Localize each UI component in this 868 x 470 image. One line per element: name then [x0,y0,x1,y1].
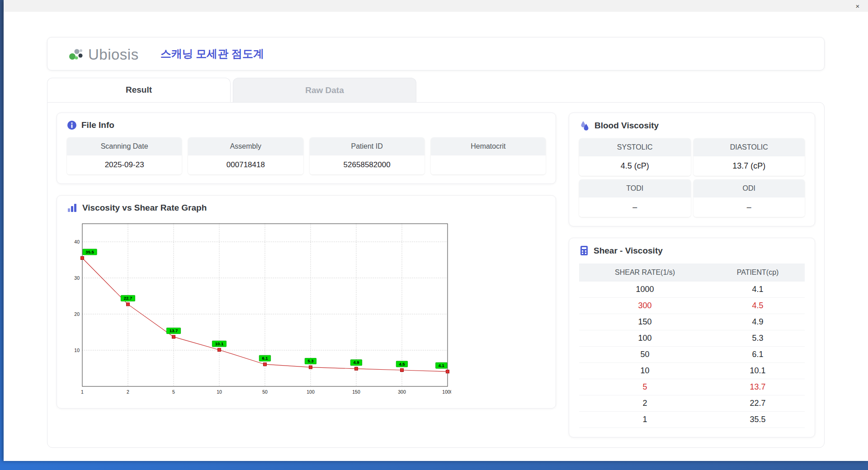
blood-viscosity-field: ODI– [693,179,805,217]
svg-text:10.1: 10.1 [215,341,224,346]
svg-text:4.1: 4.1 [439,363,445,368]
field-label: Hematocrit [431,137,546,155]
shear-column-header: PATIENT(cp) [711,263,805,282]
file-info-fields: Scanning Date2025-09-23Assembly000718418… [67,137,546,174]
svg-text:50: 50 [262,389,268,395]
blood-viscosity-field: TODI– [579,179,691,217]
close-icon[interactable]: × [847,0,868,12]
right-column: Blood Viscosity SYSTOLIC4.5 (cP)DIASTOLI… [569,113,815,437]
table-row: 506.1 [579,347,805,363]
table-row: 513.7 [579,379,805,395]
shear-rate-cell: 2 [579,395,711,412]
svg-text:4.9: 4.9 [353,360,359,365]
field-label: ODI [693,179,805,197]
field-label: TODI [579,179,691,197]
shear-viscosity-card: Shear - Viscosity SHEAR RATE(1/s)PATIENT… [569,238,815,437]
shear-viscosity-header: Shear - Viscosity [579,245,805,256]
field-label: Scanning Date [67,137,182,155]
shear-table-body: 10004.13004.51504.91005.3506.11010.1513.… [579,282,805,428]
svg-text:6.1: 6.1 [262,356,268,361]
svg-text:40: 40 [74,239,80,244]
blood-viscosity-grid: SYSTOLIC4.5 (cP)DIASTOLIC13.7 (cP)TODI–O… [579,138,805,217]
tab-bar: Result Raw Data [47,78,825,102]
app-title: 스캐닝 모세관 점도계 [160,47,264,61]
svg-text:22.7: 22.7 [124,296,132,301]
svg-text:4.5: 4.5 [399,362,405,367]
titlebar: × [4,0,868,12]
shear-rate-cell: 1 [579,412,711,428]
file-info-field: Assembly000718418 [188,137,303,174]
table-row: 10004.1 [579,282,805,298]
svg-text:10: 10 [74,348,80,353]
blood-viscosity-title: Blood Viscosity [594,121,659,131]
shear-column-header: SHEAR RATE(1/s) [579,263,711,282]
svg-text:35.5: 35.5 [85,249,94,254]
patient-viscosity-cell: 5.3 [711,330,805,347]
svg-text:300: 300 [398,389,406,395]
field-value: 2025-09-23 [67,155,182,174]
table-row: 1504.9 [579,314,805,330]
patient-viscosity-cell: 4.9 [711,314,805,330]
calculator-icon [579,245,589,256]
svg-text:2: 2 [127,389,129,395]
info-icon [67,120,77,130]
table-row: 222.7 [579,395,805,412]
patient-viscosity-cell: 4.1 [711,282,805,298]
shear-rate-cell: 100 [579,330,711,347]
app-window: × Ubiosis 스캐닝 모세관 점도계 Resul [4,0,868,461]
ubiosis-logo-icon [67,46,85,62]
svg-text:20: 20 [74,311,80,317]
file-info-header: File Info [67,120,546,130]
shear-viscosity-title: Shear - Viscosity [594,246,663,256]
droplet-icon [579,120,590,131]
patient-viscosity-cell: 10.1 [711,363,805,379]
patient-viscosity-cell: 22.7 [711,395,805,412]
bar-chart-icon [67,203,78,213]
svg-text:1: 1 [81,389,84,395]
result-panel: File Info Scanning Date2025-09-23Assembl… [47,102,825,448]
svg-text:30: 30 [74,275,80,281]
field-value [431,155,546,174]
viscosity-chart: 102030401251050100150300100035.522.713.7… [67,220,546,399]
field-label: Patient ID [310,137,425,155]
svg-text:5.3: 5.3 [307,358,313,363]
file-info-title: File Info [81,120,114,130]
shear-rate-cell: 10 [579,363,711,379]
svg-text:100: 100 [307,389,315,395]
table-row: 135.5 [579,412,805,428]
table-row: 1010.1 [579,363,805,379]
tab-raw-data[interactable]: Raw Data [233,78,416,102]
viscosity-line-chart: 102030401251050100150300100035.522.713.7… [67,220,451,397]
svg-text:10: 10 [217,389,222,395]
table-row: 3004.5 [579,298,805,314]
field-value: 4.5 (cP) [579,156,691,176]
shear-rate-cell: 1000 [579,282,711,298]
field-label: SYSTOLIC [579,138,691,156]
shear-rate-cell: 300 [579,298,711,314]
svg-text:13.7: 13.7 [170,328,178,333]
field-label: DIASTOLIC [693,138,805,156]
field-value: 13.7 (cP) [693,156,805,176]
svg-text:150: 150 [352,389,360,395]
file-info-card: File Info Scanning Date2025-09-23Assembl… [57,113,556,184]
shear-rate-cell: 150 [579,314,711,330]
graph-header: Viscosity vs Shear Rate Graph [67,203,546,213]
blood-viscosity-field: SYSTOLIC4.5 (cP) [579,138,691,176]
tab-result[interactable]: Result [47,78,231,102]
blood-viscosity-card: Blood Viscosity SYSTOLIC4.5 (cP)DIASTOLI… [569,113,815,226]
patient-viscosity-cell: 13.7 [711,379,805,395]
brand-logo: Ubiosis [67,46,139,62]
field-value: 52658582000 [310,155,425,174]
brand-name: Ubiosis [88,47,139,62]
field-value: 000718418 [188,155,303,174]
graph-title: Viscosity vs Shear Rate Graph [82,203,207,213]
file-info-field: Hematocrit [431,137,546,174]
blood-viscosity-field: DIASTOLIC13.7 (cP) [693,138,805,176]
patient-viscosity-cell: 35.5 [711,412,805,428]
graph-card: Viscosity vs Shear Rate Graph 1020304012… [57,195,556,409]
shear-rate-cell: 50 [579,347,711,363]
header-card: Ubiosis 스캐닝 모세관 점도계 [47,37,825,70]
patient-viscosity-cell: 6.1 [711,347,805,363]
file-info-field: Patient ID52658582000 [310,137,425,174]
svg-text:1000: 1000 [442,389,451,395]
